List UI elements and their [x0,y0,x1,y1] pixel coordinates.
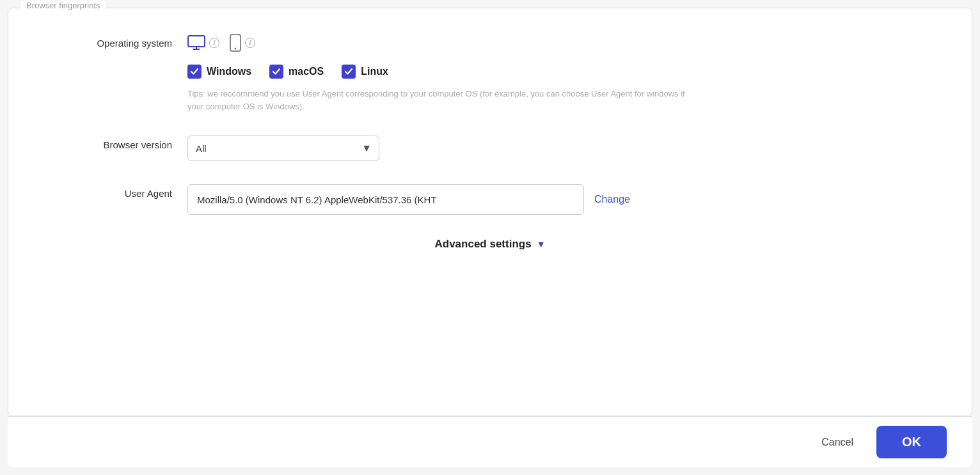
linux-checkbox[interactable] [342,65,356,79]
desktop-icon [187,35,205,51]
desktop-icon-group: i [187,35,219,51]
desktop-info-icon[interactable]: i [209,38,219,48]
advanced-settings-row: Advanced settings ▼ [47,238,933,263]
user-agent-content: Change [187,184,933,215]
cancel-button[interactable]: Cancel [809,430,866,455]
linux-checkbox-item[interactable]: Linux [342,65,388,79]
macos-checkbox-item[interactable]: macOS [269,65,324,79]
linux-label: Linux [361,66,388,77]
windows-checkbox-item[interactable]: Windows [187,65,251,79]
browser-version-select[interactable]: All Latest Specific [187,136,379,161]
svg-rect-0 [188,36,205,47]
browser-fingerprints-panel: Browser fingerprints Operating system [8,8,972,416]
user-agent-input-row: Change [187,184,933,215]
mobile-icon [230,34,241,52]
user-agent-input[interactable] [187,184,584,215]
browser-version-row: Browser version All Latest Specific ▼ [47,136,933,161]
browser-version-content: All Latest Specific ▼ [187,136,933,161]
change-button[interactable]: Change [594,194,630,205]
macos-label: macOS [288,66,324,77]
bottom-bar: Cancel OK [8,416,972,467]
operating-system-label: Operating system [47,34,187,49]
advanced-chevron-icon: ▼ [537,239,546,249]
os-icons-row: i i [187,34,933,52]
user-agent-row: User Agent Change [47,184,933,215]
macos-checkbox[interactable] [269,65,283,79]
user-agent-label: User Agent [47,184,187,199]
section-title: Browser fingerprints [21,1,106,10]
windows-checkbox[interactable] [187,65,202,79]
ok-button[interactable]: OK [876,426,947,458]
operating-system-row: Operating system i [47,34,933,113]
os-checkboxes-row: Windows macOS [187,65,933,79]
svg-point-4 [235,48,237,50]
operating-system-content: i i [187,34,933,113]
mobile-icon-group: i [230,34,255,52]
windows-label: Windows [207,66,251,77]
browser-version-label: Browser version [47,136,187,150]
browser-version-select-wrapper: All Latest Specific ▼ [187,136,379,161]
advanced-settings-label: Advanced settings [434,238,531,251]
os-tips: Tips: we reccommend you use User Agent c… [187,88,699,113]
mobile-info-icon[interactable]: i [245,38,255,48]
advanced-settings-button[interactable]: Advanced settings ▼ [434,238,545,251]
